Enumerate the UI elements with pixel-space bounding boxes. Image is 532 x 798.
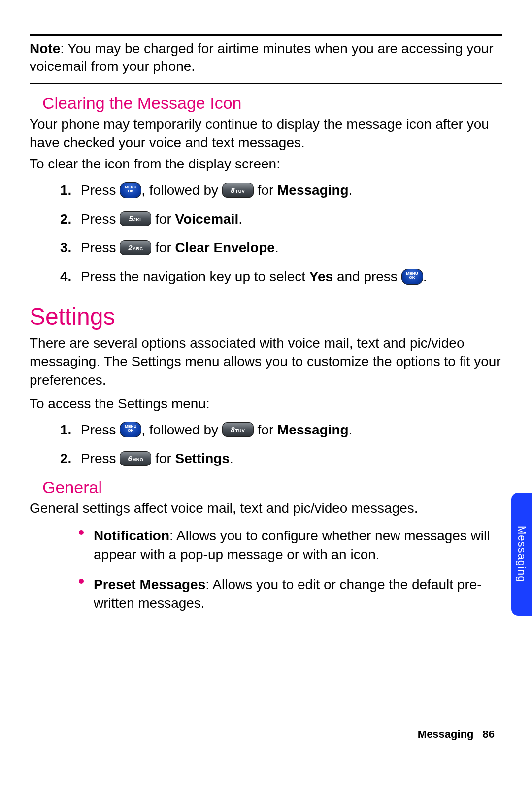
- clearing-step-1: 1. Press MENUOK, followed by 8TUV for Me…: [30, 180, 502, 200]
- step-number: 3.: [60, 238, 71, 258]
- settings-step-2: 2. Press 6MNO for Settings.: [30, 449, 502, 469]
- step-number: 1.: [60, 180, 71, 200]
- side-tab-messaging: Messaging: [511, 493, 532, 616]
- note-text: : You may be charged for airtime minutes…: [30, 41, 494, 74]
- heading-settings: Settings: [30, 303, 502, 330]
- settings-para2: To access the Settings menu:: [30, 395, 502, 413]
- clearing-step-4: 4. Press the navigation key up to select…: [30, 267, 502, 287]
- menu-ok-key-icon: MENUOK: [120, 422, 141, 437]
- footer-section: Messaging: [418, 728, 474, 740]
- heading-general: General: [42, 478, 502, 497]
- clearing-step-2: 2. Press 5JKL for Voicemail.: [30, 209, 502, 230]
- settings-para1: There are several options associated wit…: [30, 334, 502, 390]
- page-footer: Messaging86: [418, 728, 495, 741]
- step-number: 1.: [60, 420, 71, 440]
- settings-steps: 1. Press MENUOK, followed by 8TUV for Me…: [30, 420, 502, 469]
- menu-ok-key-icon: MENUOK: [401, 269, 423, 285]
- bullet-notification: Notification: Allows you to configure wh…: [30, 527, 502, 564]
- bullet-preset-messages: Preset Messages: Allows you to edit or c…: [30, 575, 502, 613]
- step-number: 4.: [60, 267, 71, 287]
- step-number: 2.: [60, 209, 71, 230]
- menu-ok-key-icon: MENUOK: [120, 182, 141, 198]
- settings-step-1: 1. Press MENUOK, followed by 8TUV for Me…: [30, 420, 502, 440]
- key-5-icon: 5JKL: [120, 211, 151, 226]
- step-number: 2.: [60, 449, 71, 469]
- key-2-icon: 2ABC: [120, 240, 151, 255]
- key-8-icon: 8TUV: [222, 183, 254, 198]
- clearing-step-3: 3. Press 2ABC for Clear Envelope.: [30, 238, 502, 258]
- general-bullets: Notification: Allows you to configure wh…: [30, 527, 502, 613]
- bullet-dot-icon: [79, 530, 84, 535]
- key-8-icon: 8TUV: [222, 422, 254, 437]
- note-label: Note: [30, 41, 60, 56]
- footer-page-number: 86: [483, 728, 495, 740]
- rule-top: [30, 34, 502, 36]
- bullet-dot-icon: [79, 579, 84, 584]
- general-para: General settings affect voice mail, text…: [30, 499, 502, 518]
- clearing-para2: To clear the icon from the display scree…: [30, 155, 502, 173]
- clearing-steps: 1. Press MENUOK, followed by 8TUV for Me…: [30, 180, 502, 287]
- clearing-para1: Your phone may temporarily continue to d…: [30, 115, 502, 152]
- rule-bottom: [30, 83, 502, 84]
- heading-clearing: Clearing the Message Icon: [42, 94, 502, 113]
- key-6-icon: 6MNO: [120, 451, 151, 466]
- note-paragraph: Note: You may be charged for airtime min…: [30, 40, 502, 76]
